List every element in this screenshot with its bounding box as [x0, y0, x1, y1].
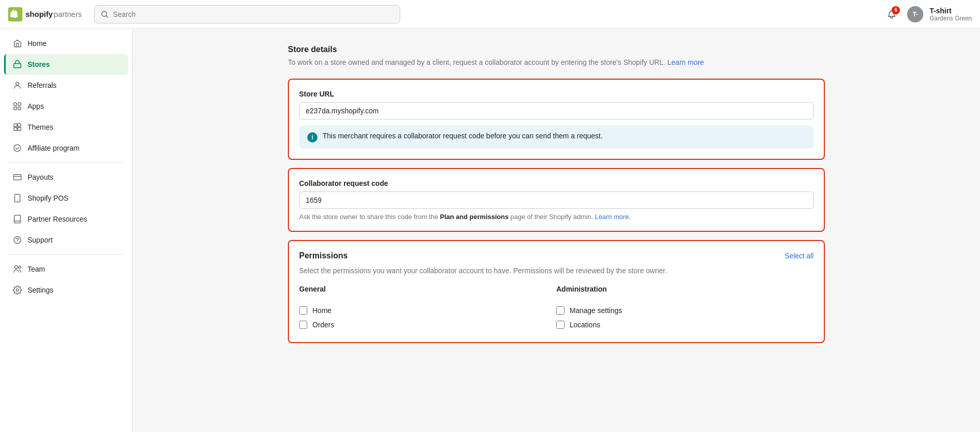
sidebar-label-home: Home [28, 39, 46, 47]
sidebar-label-team: Team [28, 265, 45, 273]
sidebar-label-support: Support [28, 236, 53, 244]
resources-icon [12, 214, 22, 224]
sidebar-item-support[interactable]: Support [4, 230, 128, 250]
permission-orders: Orders [299, 318, 556, 332]
user-name: T-shirt [929, 7, 972, 15]
sidebar-item-apps[interactable]: Apps [4, 96, 128, 116]
app-layout: shopify partners 6 T- T-shirt Gardens Gr… [0, 0, 980, 432]
help-text-2: page of their Shopify admin. [510, 213, 595, 221]
home-icon [12, 38, 22, 49]
page-title: Store details [288, 45, 825, 54]
sidebar-item-themes[interactable]: Themes [4, 117, 128, 137]
search-input[interactable] [113, 10, 394, 18]
permission-manage-settings: Manage settings [556, 303, 814, 318]
permission-orders-label: Orders [312, 321, 334, 329]
svg-point-17 [17, 242, 18, 242]
svg-point-15 [17, 200, 18, 201]
sidebar-label-affiliate: Affiliate program [28, 144, 80, 152]
sidebar-item-team[interactable]: Team [4, 259, 128, 279]
sidebar-label-partner-resources: Partner Resources [28, 215, 87, 223]
collab-code-label: Collaborator request code [299, 179, 814, 187]
svg-rect-8 [14, 124, 17, 127]
stores-icon [12, 59, 22, 69]
learn-more-link-top[interactable]: Learn more [668, 58, 704, 66]
logo-partners: partners [54, 10, 82, 18]
svg-point-18 [15, 266, 18, 269]
store-url-card: Store URL i This merchant requires a col… [288, 79, 825, 160]
settings-icon [12, 285, 22, 295]
help-text-1: Ask the store owner to share this code f… [299, 213, 438, 221]
sidebar-item-affiliate[interactable]: Affiliate program [4, 138, 128, 158]
permissions-card: Permissions Select all Select the permis… [288, 240, 825, 343]
permissions-grid: General Home Orders Administration [299, 285, 814, 332]
main-content: Store details To work on a store owned a… [133, 29, 980, 432]
permission-home-checkbox[interactable] [299, 306, 307, 315]
permission-manage-settings-label: Manage settings [570, 306, 622, 315]
svg-point-12 [14, 145, 21, 152]
sidebar: Home Stores Referrals Apps [0, 29, 133, 432]
top-bar-right: 6 T- T-shirt Gardens Green [883, 5, 972, 23]
user-org: Gardens Green [929, 15, 972, 22]
sidebar-item-partner-resources[interactable]: Partner Resources [4, 209, 128, 229]
page-desc-text: To work on a store owned and managed by … [288, 58, 666, 66]
notification-button[interactable]: 6 [883, 5, 901, 23]
permissions-header: Permissions Select all [299, 251, 814, 260]
search-icon [101, 10, 109, 18]
svg-point-19 [18, 266, 21, 269]
main-layout: Home Stores Referrals Apps [0, 29, 980, 432]
sidebar-label-payouts: Payouts [28, 173, 54, 181]
permission-locations-checkbox[interactable] [556, 321, 565, 329]
pos-icon [12, 193, 22, 203]
info-message: This merchant requires a collaborator re… [323, 132, 603, 140]
page-description: To work on a store owned and managed by … [288, 58, 825, 66]
svg-rect-13 [14, 175, 21, 180]
svg-rect-6 [14, 107, 16, 110]
general-title: General [299, 285, 556, 297]
permission-home: Home [299, 303, 556, 318]
sidebar-item-settings[interactable]: Settings [4, 280, 128, 300]
svg-point-3 [16, 82, 19, 85]
svg-rect-14 [15, 195, 20, 202]
svg-rect-2 [14, 64, 21, 68]
permission-locations-label: Locations [570, 321, 600, 329]
info-icon: i [307, 132, 317, 142]
sidebar-label-apps: Apps [28, 102, 44, 110]
sidebar-divider-1 [8, 162, 124, 163]
sidebar-item-payouts[interactable]: Payouts [4, 167, 128, 187]
select-all-link[interactable]: Select all [785, 252, 814, 260]
sidebar-label-stores: Stores [28, 60, 50, 68]
user-avatar: T- [907, 6, 923, 22]
learn-more-link-collab[interactable]: Learn more. [595, 213, 631, 221]
store-url-input[interactable] [299, 102, 814, 119]
permission-locations: Locations [556, 318, 814, 332]
shopify-logo-icon [8, 7, 22, 21]
help-bold: Plan and permissions [440, 213, 508, 221]
permission-orders-checkbox[interactable] [299, 321, 307, 329]
team-icon [12, 264, 22, 274]
admin-permissions: Administration Manage settings Locations [556, 285, 814, 332]
top-bar: shopify partners 6 T- T-shirt Gardens Gr… [0, 0, 980, 29]
affiliate-icon [12, 143, 22, 153]
content-inner: Store details To work on a store owned a… [276, 29, 837, 368]
svg-rect-10 [14, 128, 17, 131]
info-box: i This merchant requires a collaborator … [299, 126, 814, 149]
permissions-title: Permissions [299, 251, 348, 260]
sidebar-item-stores[interactable]: Stores [4, 54, 128, 75]
admin-title: Administration [556, 285, 814, 297]
user-info: T-shirt Gardens Green [929, 7, 972, 22]
sidebar-item-home[interactable]: Home [4, 33, 128, 54]
collab-code-input[interactable] [299, 191, 814, 209]
search-bar-container [94, 5, 400, 23]
permission-manage-settings-checkbox[interactable] [556, 306, 565, 315]
notification-badge: 6 [892, 6, 900, 14]
svg-rect-4 [14, 103, 16, 105]
sidebar-label-themes: Themes [28, 123, 54, 131]
logo-text-area: shopify partners [26, 10, 82, 18]
payouts-icon [12, 172, 22, 182]
sidebar-item-shopify-pos[interactable]: Shopify POS [4, 188, 128, 208]
sidebar-item-referrals[interactable]: Referrals [4, 75, 128, 95]
sidebar-label-settings: Settings [28, 286, 54, 294]
themes-icon [12, 122, 22, 132]
permissions-desc: Select the permissions you want your col… [299, 267, 814, 275]
sidebar-label-referrals: Referrals [28, 81, 57, 89]
